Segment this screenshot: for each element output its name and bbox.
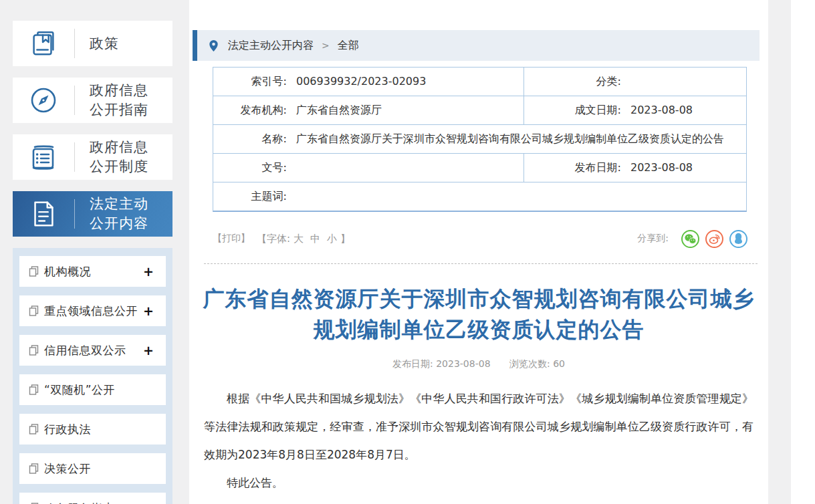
article-title-line2: 规划编制单位乙级资质认定的公告 [203,314,755,345]
sidebar-subitem-decision-disclosure[interactable]: 决策公开 [19,453,166,484]
divider [74,29,75,58]
sidebar-submenu: 机构概况 + 重点领域信息公开 + 信用信息双公示 + [13,248,172,504]
pages-icon [29,424,39,434]
article-title-line1: 广东省自然资源厅关于深圳市众智规划咨询有限公司城乡 [203,283,755,314]
divider [74,86,75,115]
subject-words-value [287,182,746,211]
category-label: 分类: [524,68,621,96]
subitem-label: 机构概况 [44,264,143,279]
wechat-icon [684,233,697,245]
breadcrumb-item-all[interactable]: 全部 [338,39,359,53]
subject-words-label: 主题词: [213,182,287,211]
issuing-agency-value: 广东省自然资源厅 [287,96,523,124]
subitem-label: “双随机”公开 [44,382,154,398]
expand-plus-icon[interactable]: + [143,305,154,318]
share-weibo-button[interactable] [705,230,723,248]
font-size-medium-button[interactable]: 中 [310,233,320,245]
views-label: 浏览次数: [509,358,550,369]
pages-icon [29,345,39,356]
article-toolbar: 【打印】 【字体:大中小】 分享到: [213,229,747,249]
article-paragraph: 特此公告。 [204,469,753,497]
subitem-label: 重点领域信息公开 [44,303,143,319]
breadcrumb-item-statutory[interactable]: 法定主动公开内容 [228,39,314,53]
sidebar-item-policy[interactable]: 政策 [13,21,172,66]
sidebar-item-label: 政府信息 公开制度 [90,138,148,176]
written-date-label: 成文日期: [524,96,621,124]
sidebar-item-label: 法定主动 公开内容 [90,195,148,233]
name-value: 广东省自然资源厅关于深圳市众智规划咨询有限公司城乡规划编制单位乙级资质认定的公告 [287,125,746,153]
pages-icon [29,266,39,277]
sidebar-item-info-guide[interactable]: 政府信息 公开指南 [13,78,172,123]
browser-scrollbar-area [791,0,815,504]
table-row: 主题词: [213,182,746,211]
name-label: 名称: [213,125,287,153]
sidebar-subitem-key-areas[interactable]: 重点领域信息公开 + [19,295,166,326]
index-number-label: 索引号: [213,68,287,96]
issuing-agency-label: 发布机构: [213,96,287,124]
weibo-icon [709,233,721,245]
font-size-suffix: 】 [340,233,350,245]
pages-icon [29,305,39,316]
sidebar-subitem-org-overview[interactable]: 机构概况 + [19,256,166,287]
breadcrumb-separator: > [322,40,330,51]
sidebar-item-label: 政策 [90,34,119,53]
subitem-label: 行政执法 [44,422,154,437]
breadcrumb-accent-bar [193,30,197,61]
print-button[interactable]: 【打印】 [213,233,250,245]
sidebar: 政策 政府信息 公开指南 政府信息 [13,21,172,504]
table-row: 索引号: 006939932/2023-02093 分类: [213,68,746,96]
written-date-value: 2023-08-08 [621,96,746,124]
pages-icon [29,384,39,395]
notebook-icon [13,141,74,173]
doc-number-label: 文号: [213,154,287,182]
sidebar-subitem-double-random[interactable]: “双随机”公开 [19,374,166,405]
article-title: 广东省自然资源厅关于深圳市众智规划咨询有限公司城乡 规划编制单位乙级资质认定的公… [203,283,755,345]
divider [74,199,75,229]
doc-number-value [287,154,523,182]
breadcrumb: 法定主动公开内容 > 全部 [193,30,760,61]
dashed-divider [204,263,758,264]
share-wechat-button[interactable] [681,230,699,248]
font-size-large-button[interactable]: 大 [294,233,304,245]
compass-icon [13,84,74,116]
article-paragraph: 根据《中华人民共和国城乡规划法》《中华人民共和国行政许可法》《城乡规划编制单位资… [204,384,753,469]
share-label: 分享到: [637,233,669,245]
qq-icon [733,233,743,245]
article-body: 根据《中华人民共和国城乡规划法》《中华人民共和国行政许可法》《城乡规划编制单位资… [204,384,753,497]
table-row: 文号: 发布日期: 2023-08-08 [213,153,746,182]
divider [74,142,75,172]
share-qq-button[interactable] [729,230,747,248]
sidebar-item-statutory-disclosure[interactable]: 法定主动 公开内容 [13,191,172,237]
font-size-controls: 【字体:大中小】 [257,233,350,245]
subitem-label: 政务服务指南 [44,501,154,504]
main-content-panel: 法定主动公开内容 > 全部 索引号: 006939932/2023-02093 … [189,0,768,504]
sidebar-item-info-system[interactable]: 政府信息 公开制度 [13,134,172,180]
document-icon [13,199,74,229]
font-size-prefix: 【字体: [257,233,290,245]
pages-icon [29,463,39,474]
sidebar-subitem-service-guide[interactable]: 政务服务指南 [19,493,166,504]
table-row: 发布机构: 广东省自然资源厅 成文日期: 2023-08-08 [213,96,746,124]
sidebar-subitem-admin-enforcement[interactable]: 行政执法 [19,414,166,445]
views-value: 60 [553,358,565,369]
article-meta: 发布日期: 2023-08-08 浏览次数: 60 [189,358,768,370]
index-number-value: 006939932/2023-02093 [287,68,523,96]
sidebar-item-label: 政府信息 公开指南 [90,81,148,120]
subitem-label: 决策公开 [44,461,154,477]
share-bar: 分享到: [637,230,747,248]
expand-plus-icon[interactable]: + [143,265,154,278]
publish-date-value: 2023-08-08 [621,154,746,182]
font-size-small-button[interactable]: 小 [327,233,337,245]
metadata-table: 索引号: 006939932/2023-02093 分类: 发布机构: 广东省自… [213,67,747,212]
table-row: 名称: 广东省自然资源厅关于深圳市众智规划咨询有限公司城乡规划编制单位乙级资质认… [213,124,746,153]
publish-date-meta-label: 发布日期: [392,358,433,369]
category-value [621,68,746,96]
publish-date-label: 发布日期: [524,154,621,182]
expand-plus-icon[interactable]: + [143,344,154,357]
location-pin-icon [209,39,219,52]
sidebar-subitem-credit-info[interactable]: 信用信息双公示 + [19,335,166,366]
publish-date-meta-value: 2023-08-08 [436,358,490,369]
subitem-label: 信用信息双公示 [44,343,143,358]
book-icon [13,28,74,59]
